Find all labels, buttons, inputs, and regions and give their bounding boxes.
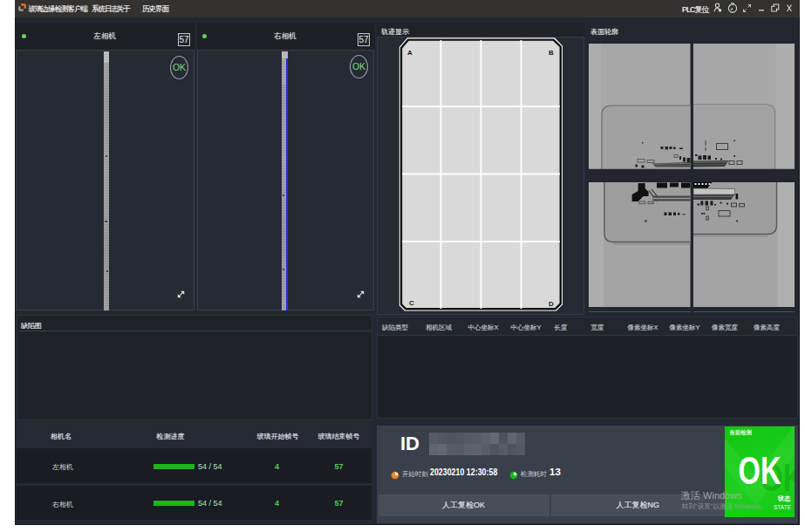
svg-text:B: B [549,49,554,57]
svg-text:A: A [407,49,413,57]
svg-text:C: C [409,298,414,306]
svg-text:D: D [549,299,554,307]
